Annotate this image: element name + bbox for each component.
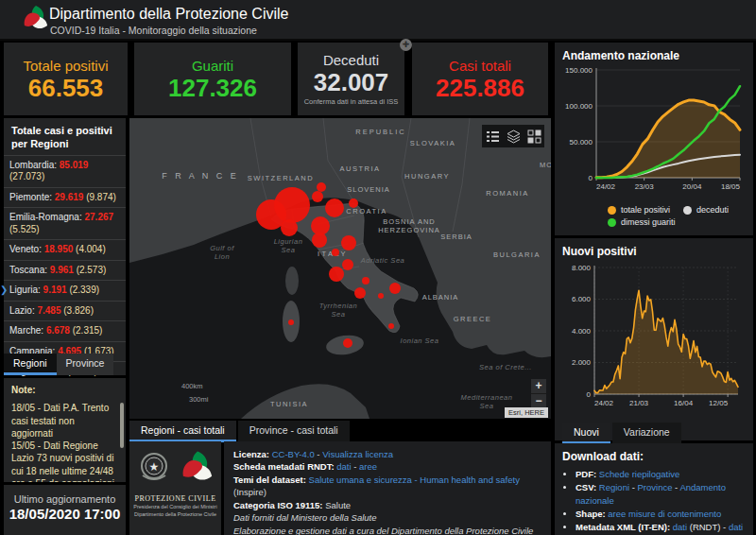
bubble-p-a-trento[interactable] <box>312 191 323 202</box>
notes-scrollbar[interactable] <box>120 403 124 448</box>
license-text: - <box>315 449 322 459</box>
bubble-emilia-romagna[interactable] <box>311 216 330 235</box>
map-tab-regioni-casi-totali[interactable]: Regioni - casi totali <box>129 421 236 442</box>
last-update-panel: Ultimo aggiornamento 18/05/2020 17:00 <box>4 485 126 535</box>
bubble-umbria[interactable] <box>332 249 339 256</box>
nuovi-tab-variazione[interactable]: Variazione <box>612 423 681 444</box>
region-name: Lombardia: <box>9 160 60 170</box>
link-cc-by-4-0[interactable]: CC-BY-4.0 <box>272 449 315 459</box>
bubble-molise[interactable] <box>362 277 369 285</box>
x-tick: 20/04 <box>682 182 702 191</box>
stat-value-totale-positivi: 66.553 <box>28 76 104 100</box>
link-dati[interactable]: dati <box>673 522 687 532</box>
region-positive: (9.874) <box>86 192 116 202</box>
scale-mi: 300mi <box>189 395 208 404</box>
license-line: Scheda metadati RNDT: dati - aree <box>233 460 541 473</box>
bubble-basilicata[interactable] <box>378 293 384 299</box>
bubble-liguria[interactable] <box>281 219 298 236</box>
andamento-legend: totale positividecedutidimessi guariti <box>562 205 746 230</box>
bubble-campania[interactable] <box>354 287 366 299</box>
country-label-slovakia: SLOVAKIA <box>410 139 456 147</box>
expand-panel-icon[interactable]: ❯ <box>0 285 8 295</box>
link-regioni[interactable]: Regioni <box>599 482 629 492</box>
legend-icon[interactable] <box>486 129 500 144</box>
zoom-out-button[interactable]: − <box>531 394 546 408</box>
license-panel: Licenza: CC-BY-4.0 - Visualizza licenzaS… <box>224 441 551 535</box>
region-row[interactable]: Emilia-Romagna: 27.267 (5.525) <box>4 207 126 239</box>
region-positive: (3.826) <box>63 305 94 316</box>
nuovi-tabs: NuoviVariazione <box>562 423 746 444</box>
country-label-f-r-a-n-c-e: F R A N C E <box>162 171 239 181</box>
link-schede-riepilogative[interactable]: Schede riepilogative <box>599 469 680 479</box>
region-row[interactable]: Liguria: 9.191 (2.339) <box>4 280 126 301</box>
link-visualizza-licenza[interactable]: Visualizza licenza <box>322 449 393 459</box>
region-row[interactable]: Lazio: 7.485 (3.826) <box>4 301 126 321</box>
legend-item-dimessi-guariti: dimessi guariti <box>608 217 676 227</box>
bubble-sardegna[interactable] <box>288 319 294 325</box>
nuovi-tab-nuovi[interactable]: Nuovi <box>562 423 610 444</box>
region-name: Piemonte: <box>9 192 55 202</box>
y-tick: 0 <box>587 390 592 399</box>
legend-item-deceduti: deceduti <box>683 205 729 215</box>
last-update-label: Ultimo aggiornamento <box>4 493 126 505</box>
protezione-civile-wordmark: PROTEZIONE CIVILE <box>129 494 221 503</box>
region-row[interactable]: Piemonte: 29.619 (9.874) <box>4 187 126 208</box>
x-tick: 24/02 <box>596 182 616 191</box>
region-name: Lazio: <box>9 305 37 316</box>
y-tick: 6.000 <box>572 295 592 303</box>
bubble-abruzzo[interactable] <box>342 259 353 270</box>
map-tab-province-casi-totali[interactable]: Province - casi totali <box>238 421 350 442</box>
download-item: Metadata XML (IT-EN): dati (RNDT) - dati… <box>576 521 746 535</box>
bubble-p-a-bolzano[interactable] <box>317 182 326 192</box>
stat-label-totale-positivi: Totale positivi <box>23 58 108 74</box>
italian-republic-emblem-icon: ★ <box>135 449 173 491</box>
region-row[interactable]: Veneto: 18.950 (4.004) <box>4 239 126 260</box>
stat-note-deceduti: Conferma dati in attesa di ISS <box>304 97 399 106</box>
layers-icon[interactable] <box>507 129 521 144</box>
scale-km: 400km <box>181 382 203 390</box>
notes-text: 18/05 - Dati P.A. Trento casi testati no… <box>11 402 116 482</box>
tab-regioni[interactable]: Regioni <box>4 354 57 375</box>
bubble-marche[interactable] <box>341 235 356 250</box>
basemap-icon[interactable] <box>527 129 541 144</box>
license-text: Categoria ISO 19115: <box>233 500 323 510</box>
region-row[interactable]: Toscana: 9.961 (2.573) <box>4 260 126 281</box>
bubble-veneto[interactable] <box>325 198 344 217</box>
bubble-lombardia[interactable] <box>274 187 310 223</box>
region-row[interactable]: Lombardia: 85.019 (27.073) <box>4 155 126 187</box>
map-scalebar: 400km 300mi <box>181 380 208 406</box>
link-aree-misure-di-contenimento[interactable]: aree misure di contenimento <box>608 509 721 519</box>
bubble-lazio[interactable] <box>329 267 344 282</box>
license-text: Scheda metadati RNDT: <box>233 461 335 472</box>
license-line: Categoria ISO 19115: Salute <box>233 499 541 511</box>
tab-province[interactable]: Province <box>57 354 114 375</box>
country-label-croatia: CROATIA <box>346 207 387 216</box>
region-total: 85.019 <box>60 160 89 170</box>
region-row[interactable]: Marche: 6.678 (2.315) <box>4 320 126 341</box>
download-text: CSV: <box>576 482 596 492</box>
stat-value-deceduti: 32.007 <box>314 70 389 95</box>
bubble-sicilia[interactable] <box>343 338 352 348</box>
download-item: CSV: Regioni - Province - Andamento nazi… <box>576 481 746 508</box>
bubble-calabria[interactable] <box>388 323 394 329</box>
link-salute-umana-e-sicurezza-human-health-and-safety[interactable]: Salute umana e sicurezza - Human health … <box>309 475 520 485</box>
bubble-puglia[interactable] <box>389 283 401 294</box>
region-positive: (5.525) <box>9 224 40 234</box>
sea-label-adriatic-sea: Adriatic Sea <box>360 256 404 265</box>
drag-widget-icon[interactable]: ✚ <box>400 39 412 51</box>
protezione-civile-logo-icon <box>21 4 51 38</box>
x-tick: 24/02 <box>594 399 614 407</box>
region-positive: (27.073) <box>9 171 44 181</box>
link-aree[interactable]: aree <box>359 461 377 472</box>
bubble-friuli-venezia-giulia[interactable] <box>349 198 358 208</box>
link-dati[interactable]: dati <box>336 461 351 472</box>
link-dati[interactable]: dati <box>729 522 743 532</box>
link-province[interactable]: Province <box>638 482 673 492</box>
bubble-toscana[interactable] <box>312 233 327 248</box>
protezione-civile-logo-icon <box>179 449 216 491</box>
region-positive: (4.004) <box>76 244 106 254</box>
map-canvas[interactable]: REPUBLICSLOVAKIAF R A N C ESWITZERLANDAU… <box>129 118 551 419</box>
y-tick: 50.000 <box>570 138 593 147</box>
x-tick: 23/03 <box>635 182 655 191</box>
zoom-in-button[interactable]: + <box>531 379 546 394</box>
